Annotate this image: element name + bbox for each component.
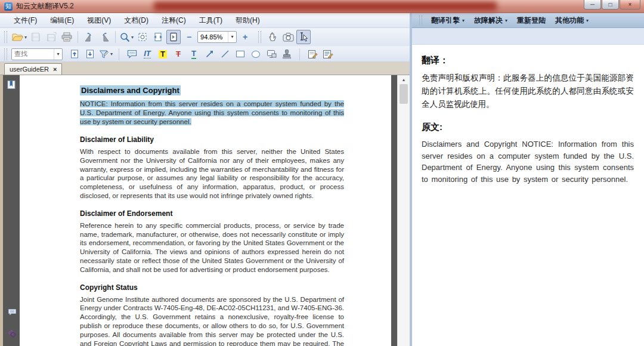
zoom-out-icon: − [187,32,191,42]
highlight-icon: T [159,50,167,58]
draw-rectangle-button[interactable] [233,47,247,61]
relogin-label: 重新登陆 [517,16,546,26]
zoom-out-button[interactable]: − [182,30,196,44]
translation-engine-menu[interactable]: 翻译引擎 ▾ [428,14,468,27]
other-functions-menu[interactable]: 其他功能 ▾ [552,14,592,27]
document-notice: NOTICE: Information from this server res… [80,100,344,126]
panel-header-strip [412,28,644,45]
open-file-button[interactable]: ▾ [11,30,27,44]
section-body-endorsement: Reference herein to any specific commerc… [80,221,344,274]
find-previous-icon [70,49,79,59]
minimize-button[interactable]: ─ [584,0,601,10]
rotate-right-icon [100,32,110,42]
maximize-button[interactable]: □ [602,0,619,10]
menu-file[interactable]: 文件(F) [7,14,44,27]
translation-panel-toolbar: 翻译引擎 ▾ 故障解决 ▾ 重新登陆 其他功能 ▾ [412,13,644,28]
edit-form-icon [323,50,333,59]
chevron-down-icon[interactable]: ▾ [54,49,62,60]
ellipse-icon [252,51,260,58]
find-next-icon [85,49,95,59]
edit-page-icon [308,50,318,59]
menu-tools[interactable]: 工具(T) [193,14,229,27]
toolbar-separator [119,48,119,60]
toolbar-separator [78,31,78,43]
select-text-tool-button[interactable] [296,30,311,44]
screen-annotation-button[interactable] [264,47,278,61]
zoom-level-input[interactable] [198,33,228,41]
zoom-tool-button[interactable]: ▾ [119,30,134,44]
open-folder-icon [12,33,23,42]
section-heading-liability: Disclaimer of Liability [80,135,344,144]
chevron-down-icon[interactable]: ▾ [228,32,236,42]
linked-diamonds-icon [8,329,17,338]
draw-ellipse-button[interactable] [249,47,263,61]
edit-form-button[interactable] [321,47,335,61]
relogin-button[interactable]: 重新登陆 [513,14,549,27]
draw-arrow-button[interactable] [202,47,216,61]
rotate-left-button[interactable] [82,30,96,44]
menu-document[interactable]: 文档(D) [117,14,155,27]
scrollbar-thumb[interactable] [400,84,408,104]
document-page[interactable]: Disclaimers and Copyright NOTICE: Inform… [20,75,391,346]
menu-edit[interactable]: 编辑(E) [44,14,80,27]
stamp-button[interactable] [280,47,294,61]
find-input[interactable] [12,51,54,58]
troubleshoot-label: 故障解决 [474,16,503,26]
actual-size-button[interactable] [151,30,165,44]
find-combobox: ▾ [11,48,63,60]
find-previous-button[interactable] [67,47,82,61]
comments-panel-button[interactable] [7,307,17,317]
tab-close-icon[interactable]: × [53,66,57,73]
section-heading-endorsement: Disclaimer of Endorsement [80,209,344,218]
document-scrollbar[interactable]: ▲ [397,75,410,346]
magnifier-icon [120,32,130,42]
stamp-icon [282,50,292,59]
snapshot-button[interactable] [281,30,295,44]
attachments-panel-button[interactable] [7,328,17,339]
bookmarks-panel-button[interactable] [6,79,17,90]
toolbar-grip [419,16,422,25]
highlighted-notice-text: NOTICE: Information from this server res… [80,100,344,125]
scroll-up-arrow-icon[interactable]: ▲ [398,75,410,84]
save-button[interactable] [29,30,43,44]
strikeout-text-button[interactable]: T [171,47,185,61]
draw-line-button[interactable] [218,47,232,61]
redacted-title-area [154,2,497,11]
insert-text-button[interactable]: IT [140,47,154,61]
menu-help[interactable]: 帮助(H) [229,14,267,27]
chevron-down-icon: ▾ [110,51,113,57]
save-as-button[interactable] [44,30,58,44]
filter-annotations-button[interactable]: ▾ [98,47,113,61]
hand-icon [267,32,278,42]
main-toolbar: ▾ [0,28,410,46]
menu-view[interactable]: 视图(V) [80,14,117,27]
rotate-right-button[interactable] [97,30,112,44]
comment-bubble-icon [8,308,17,316]
fit-page-button[interactable] [166,30,181,44]
bookmark-icon [7,80,16,89]
window-controls: ─ □ × [583,0,640,10]
chevron-down-icon: ▾ [586,18,589,23]
title-bar: 知 知云文献翻译V5.2 ─ □ × [0,0,644,13]
menu-annotate[interactable]: 注释(C) [155,14,193,27]
highlight-text-button[interactable]: T [156,47,170,61]
find-next-button[interactable] [83,47,97,61]
chevron-down-icon: ▾ [462,18,465,23]
add-note-button[interactable] [125,47,139,61]
edit-annotation-button[interactable] [305,47,320,61]
troubleshoot-menu[interactable]: 故障解决 ▾ [470,14,511,27]
print-button[interactable] [60,30,74,44]
navigation-sidebar [3,75,20,346]
marquee-zoom-button[interactable] [135,30,150,44]
zoom-in-button[interactable]: + [238,30,252,44]
translation-panel: 翻译： 免责声明和版权声明：此服务器上的信息位于美国能源部资助的计算机系统上。任… [412,45,644,346]
close-button[interactable]: × [620,0,640,10]
comment-bubble-icon [127,50,137,58]
rectangle-icon [236,51,244,57]
arrow-icon [205,50,214,58]
tab-userguideer[interactable]: userGuideER × [4,63,62,75]
screen-icon [267,50,277,58]
hand-tool-button[interactable] [265,30,280,44]
underline-text-button[interactable]: T [187,47,201,61]
app-logo-icon: 知 [4,2,13,11]
